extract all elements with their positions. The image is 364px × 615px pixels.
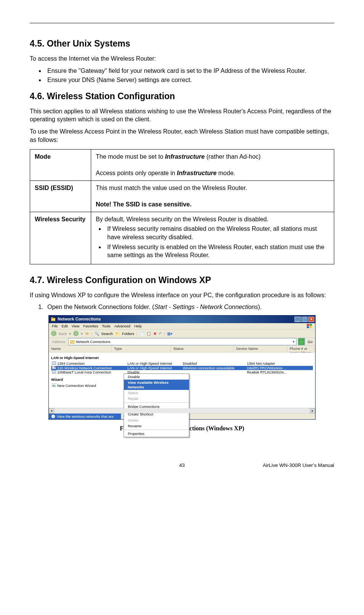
svg-rect-2 — [307, 324, 309, 326]
intro-4-5: To access the Internet via the Wireless … — [30, 55, 334, 63]
menu-delete[interactable]: Delete — [124, 417, 189, 423]
wireless-icon — [52, 366, 56, 370]
menu-file[interactable]: File — [52, 324, 58, 328]
cell-label: SSID (ESSID) — [30, 180, 91, 212]
menu-view[interactable]: View — [72, 324, 79, 328]
cell-label: Wireless Security — [30, 212, 91, 264]
up-icon[interactable]: ⮉ — [85, 332, 89, 336]
copy-to-icon[interactable]: 📋 — [147, 332, 151, 336]
address-input[interactable]: Network Connections ▾ — [68, 338, 296, 345]
table-row: SSID (ESSID) This must match the value u… — [30, 180, 334, 212]
col-type[interactable]: Type — [112, 346, 171, 352]
back-button[interactable]: Back — [59, 332, 67, 336]
delete-icon[interactable]: ✖ — [153, 332, 156, 336]
menu-repair[interactable]: Repair — [124, 396, 189, 401]
para-4-6-2: To use the Wireless Access Point in the … — [30, 127, 334, 144]
column-headers: Name Type Status Device Name Phone # or … — [49, 346, 315, 353]
manual-title: AirLive WN-300R User’s Manual — [233, 462, 334, 468]
wizard-icon — [52, 383, 56, 388]
heading-4-7: 4.7. Wireless Configuration on Windows X… — [30, 275, 334, 285]
views-icon[interactable]: ▦▾ — [167, 332, 172, 336]
folders-button[interactable]: Folders — [122, 332, 134, 336]
title-bar[interactable]: Network Connections _ □ × — [49, 316, 315, 323]
heading-4-5: 4.5. Other Unix Systems — [30, 39, 334, 49]
move-to-icon[interactable]: 📄 — [140, 332, 144, 336]
intro-4-7: If using Windows XP to configure the Wir… — [30, 291, 334, 299]
forward-icon[interactable] — [73, 331, 79, 336]
svg-rect-1 — [51, 317, 53, 319]
svg-rect-11 — [52, 383, 56, 386]
close-button[interactable]: × — [308, 317, 314, 322]
list-item-selected[interactable]: 11b Wireless Network Connection LAN or H… — [51, 366, 313, 370]
table-row: Wireless Security By default, Wireless s… — [30, 212, 334, 264]
cell-value: By default, Wireless security on the Wir… — [91, 212, 334, 264]
context-menu: Disable View Available Wireless Networks… — [124, 374, 189, 437]
menu-edit[interactable]: Edit — [61, 324, 68, 328]
bullet-item: Ensure your DNS (Name Server) settings a… — [45, 76, 334, 84]
page-number: 43 — [131, 462, 233, 468]
svg-rect-5 — [309, 326, 312, 328]
menu-tools[interactable]: Tools — [102, 324, 110, 328]
heading-4-6: 4.6. Wireless Station Configuration — [30, 91, 334, 101]
menu-separator — [124, 430, 189, 430]
back-dropdown-icon[interactable]: ▾ — [69, 332, 71, 336]
col-phone[interactable]: Phone # or Host Address — [287, 346, 315, 352]
menu-separator — [124, 402, 189, 403]
para-4-6-1: This section applies to all Wireless sta… — [30, 107, 334, 124]
scroll-left-button[interactable]: ◂ — [49, 408, 54, 413]
go-button[interactable]: → — [298, 338, 305, 345]
maximize-button[interactable]: □ — [301, 317, 308, 322]
list-area: LAN or High-Speed Internet 1394 Connecti… — [49, 353, 315, 408]
group-lan: LAN or High-Speed Internet — [51, 355, 313, 361]
search-icon[interactable]: 🔍 — [95, 332, 99, 336]
back-icon[interactable] — [51, 331, 56, 336]
undo-icon[interactable]: ↶ — [159, 332, 162, 336]
svg-rect-3 — [309, 324, 312, 326]
folders-icon[interactable]: 📁 — [115, 332, 120, 336]
menu-bar: File Edit View Favorites Tools Advanced … — [49, 323, 315, 330]
cell-label: Mode — [30, 150, 91, 181]
network-connections-window: Network Connections _ □ × File Edit View… — [48, 315, 316, 420]
info-icon: i — [51, 414, 55, 419]
network-folder-icon — [51, 317, 55, 321]
svg-rect-6 — [70, 341, 74, 343]
go-label: Go — [306, 338, 314, 345]
svg-point-9 — [54, 366, 56, 368]
address-label: Address — [50, 338, 67, 345]
dropdown-icon[interactable]: ▾ — [293, 340, 295, 344]
menu-advanced[interactable]: Advanced — [114, 324, 130, 328]
bullets-4-5: Ensure the "Gateway" field for your netw… — [30, 67, 334, 84]
menu-rename[interactable]: Rename — [124, 423, 189, 429]
windows-flag-icon — [307, 324, 312, 328]
forward-dropdown-icon[interactable]: ▾ — [81, 332, 83, 336]
col-device[interactable]: Device Name — [234, 346, 287, 352]
bullet-item: Ensure the "Gateway" field for your netw… — [45, 67, 334, 75]
page: 4.5. Other Unix Systems To access the In… — [0, 0, 364, 480]
svg-rect-10 — [52, 370, 56, 373]
toolbar: Back ▾ ▾ ⮉ | 🔍 Search 📁 Folders | 📄 📋 ✖ … — [49, 330, 315, 338]
header-rule — [30, 23, 334, 23]
connection-icon — [52, 361, 56, 365]
search-button[interactable]: Search — [101, 332, 113, 336]
scroll-right-button[interactable]: ▸ — [310, 408, 315, 413]
window-title: Network Connections — [58, 317, 101, 322]
menu-status[interactable]: Status — [124, 390, 189, 396]
col-name[interactable]: Name — [49, 346, 112, 352]
menu-disable[interactable]: Disable — [124, 374, 189, 380]
table-row: Mode The mode must be set to Infrastruct… — [30, 150, 334, 181]
cell-value: The mode must be set to Infrastructure (… — [91, 150, 334, 181]
col-status[interactable]: Status — [171, 346, 234, 352]
connection-icon — [52, 370, 56, 374]
menu-properties[interactable]: Properties — [124, 431, 189, 436]
network-folder-icon — [70, 340, 74, 344]
steps-4-7: Open the Network Connections folder. (St… — [30, 303, 334, 311]
menu-view-available-networks[interactable]: View Available Wireless Networks — [124, 380, 189, 390]
menu-favorites[interactable]: Favorites — [83, 324, 98, 328]
list-item[interactable]: 1394 Connection LAN or High-Speed Intern… — [51, 361, 313, 365]
page-footer: 43 AirLive WN-300R User’s Manual — [30, 462, 334, 468]
svg-rect-7 — [52, 361, 56, 364]
horizontal-scrollbar[interactable]: ◂ ▸ — [49, 408, 315, 413]
minimize-button[interactable]: _ — [295, 317, 301, 322]
menu-help[interactable]: Help — [134, 324, 142, 328]
scroll-track[interactable] — [54, 408, 310, 413]
